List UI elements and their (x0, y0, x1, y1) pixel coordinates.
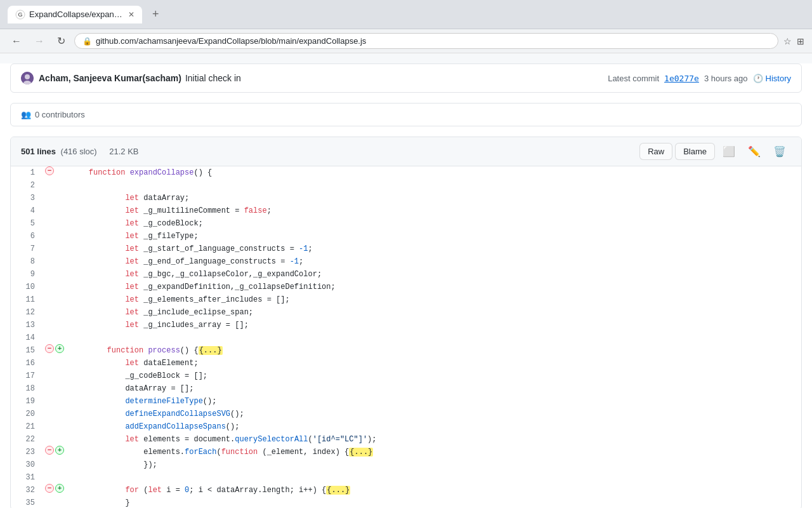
new-tab-button[interactable]: + (147, 5, 164, 23)
code-line: addExpandCollapseSpans(); (68, 420, 801, 433)
collapse-icons (43, 370, 68, 382)
line-number[interactable]: 1 (11, 166, 43, 179)
line-number[interactable]: 31 (11, 471, 43, 484)
line-number[interactable]: 17 (11, 370, 43, 382)
code-line: let _g_multilineComment = false; (68, 204, 801, 217)
history-icon: 🕐 (753, 74, 763, 83)
code-line (68, 179, 801, 192)
collapse-icons (43, 458, 68, 471)
tab-favicon: G (15, 10, 25, 20)
table-row: 23 − + elements.forEach(function (_eleme… (11, 446, 801, 458)
bookmark-button[interactable]: ☆ (783, 36, 792, 46)
line-number[interactable]: 6 (11, 230, 43, 243)
back-button[interactable]: ← (8, 34, 25, 48)
table-row: 12 let _g_include_eclipse_span; (11, 306, 801, 319)
address-bar[interactable]: 🔒 github.com/achamsanjeeva/ExpandCollaps… (74, 33, 778, 49)
line-number[interactable]: 12 (11, 306, 43, 319)
line-number[interactable]: 18 (11, 382, 43, 395)
collapse-plus-icon[interactable]: + (55, 344, 64, 353)
line-number[interactable]: 20 (11, 408, 43, 420)
collapse-icons (43, 192, 68, 204)
collapse-minus-icon[interactable]: − (45, 344, 54, 353)
forward-button[interactable]: → (30, 34, 48, 48)
browser-nav-bar: ← → ↻ 🔒 github.com/achamsanjeeva/ExpandC… (0, 29, 812, 53)
line-number[interactable]: 19 (11, 395, 43, 408)
collapse-icons (43, 420, 68, 433)
line-number[interactable]: 10 (11, 281, 43, 293)
line-number[interactable]: 30 (11, 458, 43, 471)
table-row: 21 addExpandCollapseSpans(); (11, 420, 801, 433)
line-number[interactable]: 15 (11, 344, 43, 357)
line-number[interactable]: 11 (11, 293, 43, 306)
code-line: defineExpandCollapseSVG(); (68, 408, 801, 420)
code-line: let _g_elements_after_includes = []; (68, 293, 801, 306)
lock-icon: 🔒 (82, 37, 92, 46)
latest-label: Latest commit (608, 74, 659, 83)
collapse-icons (43, 471, 68, 484)
commit-time: 3 hours ago (704, 74, 748, 83)
collapse-icons (43, 395, 68, 408)
contributors-bar: 👥 0 contributors (10, 103, 802, 126)
line-number[interactable]: 14 (11, 331, 43, 344)
code-line: for (let i = 0; i < dataArray.length; i+… (68, 484, 801, 497)
line-number[interactable]: 4 (11, 204, 43, 217)
copy-raw-icon[interactable]: ⬜ (717, 142, 740, 161)
url-text: github.com/achamsanjeeva/ExpandCollapse/… (96, 36, 366, 46)
table-row: 19 determineFileType(); (11, 395, 801, 408)
line-number[interactable]: 3 (11, 192, 43, 204)
table-row: 15 − + function process() {{...} (11, 344, 801, 357)
line-number[interactable]: 7 (11, 243, 43, 255)
line-number[interactable]: 9 (11, 268, 43, 281)
commit-meta: Latest commit 1e0277e 3 hours ago 🕐 Hist… (608, 74, 791, 83)
code-line: let _g_end_of_language_constructs = -1; (68, 255, 801, 268)
table-row: 31 (11, 471, 801, 484)
extensions-button[interactable]: ⊞ (797, 36, 804, 46)
history-button[interactable]: 🕐 History (753, 74, 791, 83)
table-row: 11 let _g_elements_after_includes = []; (11, 293, 801, 306)
table-row: 22 let elements = document.querySelector… (11, 433, 801, 446)
code-line: let dataElement; (68, 357, 801, 370)
delete-icon[interactable]: 🗑️ (768, 142, 791, 161)
code-table: 1 − function expandCollapse() { 2 (11, 166, 801, 508)
line-number[interactable]: 2 (11, 179, 43, 192)
code-line: _g_codeBlock = []; (68, 370, 801, 382)
table-row: 17 _g_codeBlock = []; (11, 370, 801, 382)
tab-close-icon[interactable]: ✕ (128, 10, 134, 19)
code-line: let elements = document.querySelectorAll… (68, 433, 801, 446)
collapse-plus-icon[interactable]: + (55, 484, 64, 493)
line-number[interactable]: 13 (11, 319, 43, 331)
commit-hash[interactable]: 1e0277e (664, 74, 699, 83)
collapse-plus-icon[interactable]: + (55, 446, 64, 455)
raw-button[interactable]: Raw (639, 143, 672, 160)
collapse-minus-icon[interactable]: − (45, 484, 54, 493)
line-number[interactable]: 16 (11, 357, 43, 370)
collapse-minus-icon[interactable]: − (45, 446, 54, 455)
line-number[interactable]: 8 (11, 255, 43, 268)
collapse-icons (43, 382, 68, 395)
code-line: let _g_expandDefinition,_g_collapseDefin… (68, 281, 801, 293)
table-row: 18 dataArray = []; (11, 382, 801, 395)
line-number[interactable]: 23 (11, 446, 43, 458)
code-line: let dataArray; (68, 192, 801, 204)
line-number[interactable]: 35 (11, 497, 43, 508)
table-row: 1 − function expandCollapse() { (11, 166, 801, 179)
table-row: 6 let _g_fileType; (11, 230, 801, 243)
active-tab[interactable]: G ExpandCollapse/expandCollaps... ✕ (8, 6, 142, 23)
collapse-icons (43, 408, 68, 420)
collapse-icons: − + (43, 344, 68, 357)
code-line: elements.forEach(function (_element, ind… (68, 446, 801, 458)
avatar (21, 72, 34, 84)
collapse-icons (43, 319, 68, 331)
collapse-minus-icon[interactable]: − (45, 166, 54, 175)
browser-tab-bar: G ExpandCollapse/expandCollaps... ✕ + (0, 0, 812, 29)
contributors-icon: 👥 (21, 110, 31, 119)
nav-right-icons: ☆ ⊞ (783, 36, 804, 46)
code-line: let _g_fileType; (68, 230, 801, 243)
line-number[interactable]: 21 (11, 420, 43, 433)
line-number[interactable]: 22 (11, 433, 43, 446)
blame-button[interactable]: Blame (675, 143, 715, 160)
line-number[interactable]: 5 (11, 217, 43, 230)
reload-button[interactable]: ↻ (53, 34, 69, 48)
edit-icon[interactable]: ✏️ (743, 142, 766, 161)
line-number[interactable]: 32 (11, 484, 43, 497)
